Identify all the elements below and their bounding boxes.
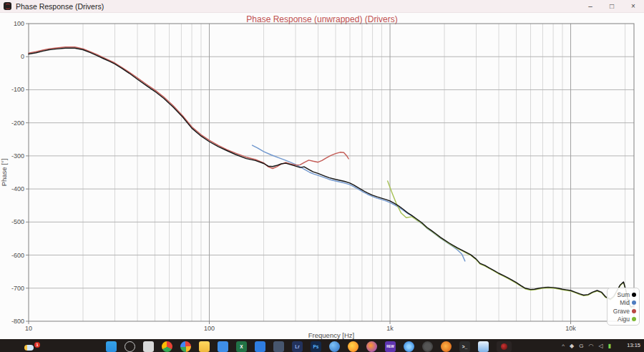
curve-aigu — [388, 181, 634, 308]
svg-text:-400: -400 — [11, 185, 24, 192]
restore-button[interactable]: □ — [601, 0, 623, 13]
photoshop-icon[interactable]: Ps — [311, 341, 321, 352]
weather-cloud-icon — [24, 345, 34, 351]
ms-store-icon[interactable] — [218, 341, 228, 352]
svg-text:0: 0 — [21, 53, 24, 60]
legend-dot-aigu — [632, 317, 636, 321]
svg-text:-800: -800 — [11, 318, 24, 325]
legend-dot-grave — [632, 309, 636, 313]
y-axis-label: Phase [°] — [0, 159, 8, 187]
axis-tick-labels: -800-700-600-500-400-300-200-10001001010… — [0, 20, 576, 339]
volume-icon[interactable]: ◁ — [598, 343, 602, 350]
system-tray: ^◆G◠◁▮ — [562, 343, 611, 350]
legend-label: Aigu — [618, 316, 630, 323]
minor-gridlines — [83, 24, 625, 321]
firefox-nightly-icon[interactable] — [366, 341, 377, 352]
svg-text:-500: -500 — [11, 218, 24, 225]
blue-circle-app-icon[interactable] — [404, 341, 414, 352]
chrome-icon[interactable] — [162, 341, 172, 352]
svg-text:100: 100 — [204, 325, 215, 332]
window-titlebar[interactable]: Phase Response (Drivers) – □ × — [0, 0, 644, 13]
tray-g-icon[interactable]: G — [579, 343, 583, 350]
start-button[interactable] — [106, 341, 117, 352]
rew-icon[interactable]: REW — [385, 341, 396, 352]
notification-badge: 1 — [34, 342, 40, 348]
legend-label: Sum — [618, 291, 630, 298]
phase-response-app-icon[interactable] — [497, 341, 512, 352]
excel-icon[interactable]: X — [236, 341, 247, 352]
photos-icon[interactable] — [180, 341, 191, 352]
legend-label: Grave — [613, 308, 630, 315]
svg-text:-200: -200 — [11, 119, 24, 127]
thunderbird-icon[interactable] — [441, 341, 452, 352]
app-icon — [4, 2, 11, 10]
widgets-weather-icon[interactable]: 1 — [24, 342, 40, 352]
svg-text:-700: -700 — [11, 285, 24, 292]
calculator-icon[interactable] — [273, 341, 284, 352]
phase-plot[interactable]: -800-700-600-500-400-300-200-10001001010… — [0, 13, 644, 339]
firefox-icon[interactable] — [348, 341, 358, 352]
svg-text:1k: 1k — [386, 325, 394, 332]
svg-text:100: 100 — [14, 20, 24, 27]
curve-sum — [29, 48, 634, 307]
lightroom-icon[interactable]: Lr — [292, 341, 303, 352]
legend-label: Mid — [620, 299, 630, 306]
outlook-icon[interactable] — [255, 341, 265, 352]
svg-text:10: 10 — [25, 325, 32, 332]
task-view-icon[interactable] — [143, 341, 154, 352]
svg-text:-100: -100 — [11, 86, 24, 93]
svg-text:-600: -600 — [11, 252, 24, 259]
curve-grave — [29, 47, 348, 169]
window-title: Phase Response (Drivers) — [16, 2, 104, 11]
legend-row-sum[interactable]: Sum — [609, 290, 636, 299]
taskbar[interactable]: 1 XLrPsREW>_ ^◆G◠◁▮ 13:15 — [0, 339, 644, 352]
tray-app-icon[interactable]: ◆ — [570, 343, 574, 350]
x-axis-label: Frequency [Hz] — [308, 331, 354, 339]
terminal-icon[interactable]: >_ — [459, 341, 470, 352]
legend-row-grave[interactable]: Grave — [609, 307, 636, 316]
svg-text:10k: 10k — [565, 325, 576, 332]
legend-row-aigu[interactable]: Aigu — [609, 316, 636, 324]
search-icon[interactable] — [125, 341, 135, 352]
legend: SumMidGraveAigu — [607, 288, 640, 326]
svg-text:-300: -300 — [11, 152, 24, 160]
window-controls: – □ × — [580, 0, 644, 13]
wifi-icon[interactable]: ◠ — [588, 343, 593, 350]
battery-icon[interactable]: ▮ — [608, 343, 611, 350]
chart-region: Phase Response (unwrapped) (Drivers) -80… — [0, 13, 644, 339]
file-explorer-icon[interactable] — [199, 341, 210, 352]
minimize-button[interactable]: – — [580, 0, 601, 13]
screen: Phase Response (Drivers) – □ × Phase Res… — [0, 0, 644, 352]
files-app-icon[interactable] — [478, 341, 489, 352]
legend-dot-sum — [632, 293, 636, 297]
plot-border — [29, 24, 634, 321]
gray-circle-app-icon[interactable] — [422, 341, 433, 352]
taskbar-clock[interactable]: 13:15 — [627, 342, 640, 348]
taskbar-app-icons: XLrPsREW>_ — [106, 341, 512, 352]
curves — [29, 47, 634, 308]
tray-chevron-icon[interactable]: ^ — [562, 343, 565, 350]
legend-dot-mid — [632, 300, 636, 305]
globe-app-icon[interactable] — [329, 341, 340, 352]
close-button[interactable]: × — [623, 0, 644, 13]
active-app-glyph — [501, 343, 507, 350]
app-icon-glyph — [5, 4, 11, 9]
legend-row-mid[interactable]: Mid — [609, 299, 636, 308]
